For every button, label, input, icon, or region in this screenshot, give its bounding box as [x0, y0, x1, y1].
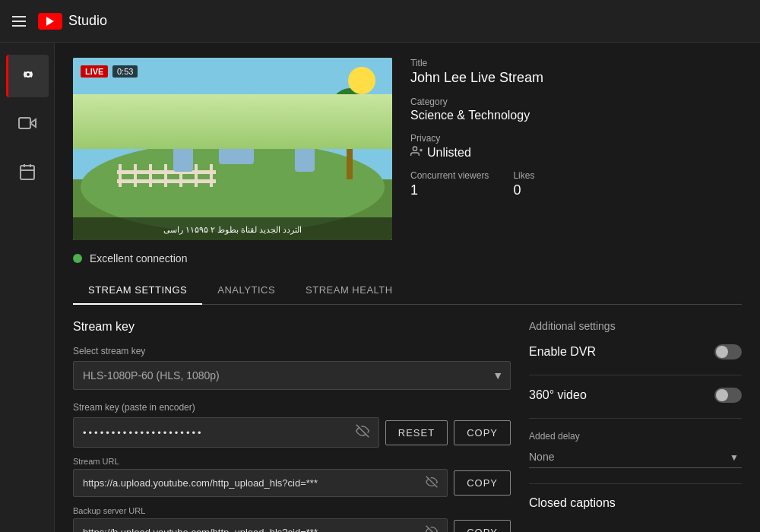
svg-point-33 [282, 115, 312, 145]
tabs: STREAM SETTINGS ANALYTICS STREAM HEALTH [73, 277, 742, 305]
dvr-setting-row: Enable DVR [529, 344, 742, 359]
video360-toggle[interactable] [714, 388, 742, 403]
svg-point-21 [168, 115, 198, 145]
youtube-icon [38, 13, 62, 30]
reset-button[interactable]: RESET [385, 420, 448, 445]
copy-backup-button[interactable]: COPY [454, 520, 511, 532]
svg-point-31 [230, 122, 233, 125]
camera-icon [18, 114, 36, 136]
stream-key-select[interactable]: HLS-1080P-60 (HLS, 1080p) [73, 361, 511, 390]
svg-rect-11 [149, 164, 152, 187]
title-label: Title [410, 58, 742, 68]
privacy-label: Privacy [410, 133, 742, 144]
stream-url-mask-icon[interactable] [426, 476, 438, 490]
tab-analytics[interactable]: ANALYTICS [202, 277, 290, 305]
svg-rect-16 [117, 170, 216, 174]
sidebar-item-calendar[interactable] [6, 152, 49, 195]
settings-area: Stream key Select stream key HLS-1080P-6… [73, 320, 742, 532]
visibility-toggle-icon[interactable] [356, 424, 369, 441]
calendar-icon [18, 163, 36, 185]
copy-key-button[interactable]: COPY [454, 420, 511, 445]
concurrent-value: 1 [410, 182, 489, 198]
delay-select[interactable]: None Low latency Normal latency [529, 446, 742, 468]
svg-point-28 [220, 108, 253, 141]
svg-point-37 [291, 127, 295, 131]
backup-url-label: Backup server URL [73, 506, 511, 515]
stream-url-value: https://a.upload.youtube.com/http_upload… [83, 477, 318, 489]
copy-url-button[interactable]: COPY [454, 470, 511, 496]
sidebar [0, 43, 55, 532]
svg-rect-10 [134, 164, 137, 187]
stats-row: Concurrent viewers 1 Likes 0 [410, 170, 742, 198]
divider-1 [529, 375, 742, 375]
stream-url-field: https://a.upload.youtube.com/http_upload… [73, 469, 448, 497]
backup-url-row: https://b.upload.youtube.com/http_upload… [73, 518, 511, 532]
svg-rect-30 [219, 134, 254, 164]
category-label: Category [410, 97, 742, 107]
svg-rect-23 [187, 120, 198, 137]
svg-rect-18 [347, 126, 353, 179]
main-content: B! التردد الجديد لقناة بطوط ۲ ۱۱۵۹۵ راسى… [55, 43, 760, 532]
backup-url-mask-icon[interactable] [426, 525, 438, 532]
time-badge: 0:53 [112, 65, 138, 78]
svg-rect-25 [171, 134, 198, 147]
left-column: Stream key Select stream key HLS-1080P-6… [73, 320, 511, 532]
app-name: Studio [68, 13, 107, 29]
select-label: Select stream key [73, 346, 511, 356]
stream-url-row: https://a.upload.youtube.com/http_upload… [73, 469, 511, 497]
svg-rect-22 [172, 118, 182, 135]
svg-rect-15 [210, 164, 213, 187]
tab-stream-settings[interactable]: STREAM SETTINGS [73, 277, 202, 305]
svg-point-32 [240, 122, 244, 125]
sidebar-item-live[interactable] [6, 55, 49, 97]
stream-url-label: Stream URL [73, 457, 511, 466]
delay-label: Added delay [529, 431, 742, 442]
svg-rect-17 [117, 179, 216, 183]
sidebar-item-camera[interactable] [6, 103, 49, 146]
likes-label: Likes [513, 170, 534, 181]
svg-rect-29 [222, 116, 251, 129]
svg-rect-2 [21, 166, 34, 179]
video-player: B! التردد الجديد لقناة بطوط ۲ ۱۱۵۹۵ راسى… [73, 58, 392, 240]
stream-info: Title John Lee Live Stream Category Scie… [410, 58, 742, 240]
category-value: Science & Technology [410, 109, 742, 122]
hamburger-menu[interactable] [12, 16, 26, 27]
svg-text:التردد الجديد لقناة بطوط ۲ ۱۱۵: التردد الجديد لقناة بطوط ۲ ۱۱۵۹۵ راسى [163, 225, 302, 235]
svg-point-20 [348, 67, 375, 94]
right-column: Additional settings Enable DVR 360° vide… [529, 320, 742, 532]
connection-text: Excellent connection [90, 252, 187, 264]
svg-rect-1 [19, 118, 30, 128]
divider-2 [529, 418, 742, 419]
dvr-toggle[interactable] [714, 344, 742, 359]
tab-stream-health[interactable]: STREAM HEALTH [290, 277, 408, 305]
divider-3 [529, 483, 742, 484]
delay-select-wrapper: None Low latency Normal latency ▼ [529, 446, 742, 468]
connection-status: Excellent connection [73, 252, 742, 264]
video-thumbnail: B! التردد الجديد لقناة بطوط ۲ ۱۱۵۹۵ راسى [73, 58, 392, 240]
top-navigation: Studio [0, 0, 760, 43]
svg-rect-36 [286, 134, 313, 147]
closed-captions-label: Closed captions [529, 496, 616, 509]
svg-rect-24 [173, 145, 193, 172]
svg-point-26 [177, 127, 181, 131]
privacy-icon [410, 145, 423, 160]
svg-point-0 [26, 72, 30, 77]
backup-url-value: https://b.upload.youtube.com/http_upload… [83, 527, 318, 532]
likes: Likes 0 [513, 170, 534, 198]
live-icon [19, 65, 37, 87]
concurrent-viewers: Concurrent viewers 1 [410, 170, 489, 198]
privacy-value: Unlisted [427, 146, 471, 160]
video360-setting-row: 360° video [529, 388, 742, 403]
dvr-label: Enable DVR [529, 345, 596, 359]
svg-rect-14 [195, 164, 198, 187]
svg-point-19 [328, 88, 371, 141]
concurrent-label: Concurrent viewers [410, 170, 489, 181]
backup-url-field: https://b.upload.youtube.com/http_upload… [73, 518, 448, 532]
privacy-row: Unlisted [410, 145, 742, 160]
likes-value: 0 [513, 182, 534, 198]
video360-label: 360° video [529, 388, 587, 402]
additional-settings-title: Additional settings [529, 320, 742, 332]
svg-point-27 [186, 127, 190, 131]
logo: Studio [38, 13, 107, 30]
stream-key-input[interactable] [83, 427, 356, 439]
